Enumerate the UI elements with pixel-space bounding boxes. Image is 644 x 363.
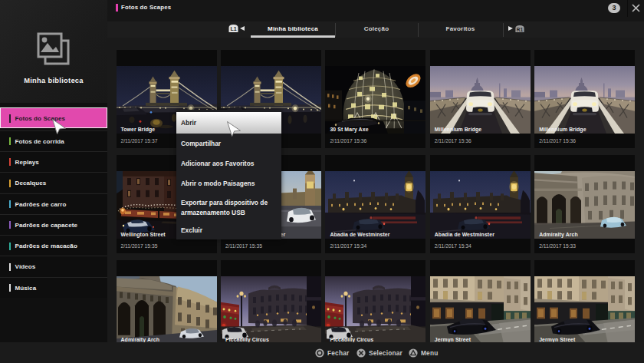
svg-text:L1: L1 xyxy=(230,26,236,31)
svg-text:R1: R1 xyxy=(517,26,524,31)
